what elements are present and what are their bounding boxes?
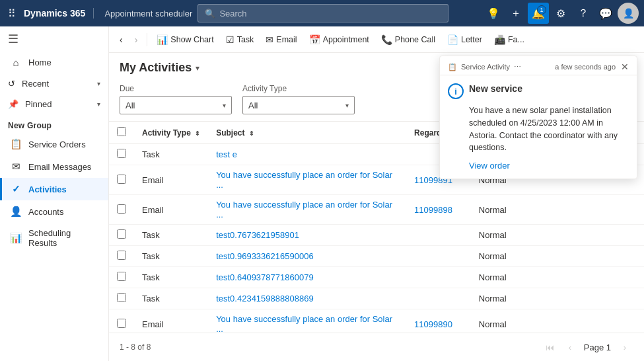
scheduling-results-icon: 📊 (10, 232, 22, 244)
activities-icon: ✓ (10, 183, 22, 195)
row-checkbox-1[interactable] (117, 175, 126, 184)
notification-more-icon[interactable]: ⋯ (514, 63, 521, 71)
col-activity-type[interactable]: Activity Type ⇕ (134, 122, 208, 144)
pagination: 1 - 8 of 8 ⏮ ‹ Page 1 › (109, 333, 644, 361)
row-priority: Normal (471, 225, 524, 246)
row-priority: Normal (471, 246, 524, 267)
sidebar-service-orders-label: Service Orders (28, 140, 86, 149)
add-icon[interactable]: ＋ (505, 3, 526, 24)
search-box[interactable]: 🔍 (197, 4, 448, 22)
search-input[interactable] (219, 9, 441, 19)
row-subject[interactable]: test0.9693336216590006 (208, 246, 406, 267)
sidebar-email-messages-label: Email Messages (28, 162, 91, 172)
select-all-checkbox-header[interactable] (109, 122, 134, 144)
phone-call-button[interactable]: 📞 Phone Call (376, 31, 441, 48)
letter-button[interactable]: 📄 Letter (442, 31, 487, 48)
fax-icon: 📠 (494, 34, 505, 45)
row-subject[interactable]: test0.4234159888808869 (208, 288, 406, 309)
row-checkbox-cell (109, 267, 134, 288)
table-row: Task test0.6409378771860079 Normal (109, 267, 644, 288)
page-title-chevron-icon[interactable]: ▾ (196, 63, 199, 73)
row-subject[interactable]: test e (208, 144, 406, 165)
app-grid-icon[interactable]: ⠿ (5, 5, 18, 22)
row-priority: Normal (471, 267, 524, 288)
row-subject[interactable]: You have successfully place an order for… (208, 195, 406, 225)
toolbar: ‹ › 📊 Show Chart ☑ Task ✉ Email 📅 Appoin… (109, 26, 644, 53)
table-row: Email You have successfully place an ord… (109, 309, 644, 333)
sidebar-item-recent[interactable]: ↺ Recent ▾ (0, 73, 108, 94)
row-checkbox-7[interactable] (117, 319, 126, 328)
row-checkbox-5[interactable] (117, 272, 126, 281)
row-regarding (406, 267, 471, 288)
settings-icon[interactable]: ⚙ (550, 3, 571, 24)
sidebar: ☰ ⌂ Home ↺ Recent ▾ 📌 Pinned ▾ New Group… (0, 26, 109, 361)
avatar[interactable]: 👤 (618, 3, 639, 24)
email-button[interactable]: ✉ Email (260, 31, 302, 48)
task-label: Task (237, 35, 254, 44)
recent-chevron-icon: ▾ (97, 80, 100, 87)
lightbulb-icon[interactable]: 💡 (483, 3, 504, 24)
notification-view-order-link[interactable]: View order (448, 161, 629, 171)
row-checkbox-cell (109, 288, 134, 309)
row-checkbox-3[interactable] (117, 229, 126, 239)
sidebar-item-pinned[interactable]: 📌 Pinned ▾ (0, 94, 108, 114)
prev-page-button[interactable]: ‹ (561, 339, 579, 356)
row-checkbox-2[interactable] (117, 204, 126, 214)
home-icon: ⌂ (10, 57, 22, 68)
row-checkbox-6[interactable] (117, 293, 126, 302)
first-page-button[interactable]: ⏮ (542, 339, 559, 356)
task-icon: ☑ (226, 34, 234, 45)
row-checkbox-0[interactable] (117, 149, 126, 158)
email-label: Email (276, 35, 297, 44)
row-checkbox-4[interactable] (117, 251, 126, 260)
show-chart-button[interactable]: 📊 Show Chart (151, 31, 219, 48)
sidebar-item-activities[interactable]: ✓ Activities (0, 178, 108, 200)
subject-sort-icon: ⇕ (249, 130, 254, 137)
row-due-date (587, 309, 644, 333)
row-subject[interactable]: test0.6409378771860079 (208, 267, 406, 288)
row-subject[interactable]: test0.7673621958901 (208, 225, 406, 246)
due-filter-select[interactable]: All ▾ (120, 96, 232, 114)
back-button[interactable]: ‹ (114, 31, 128, 48)
chat-icon[interactable]: 💬 (595, 3, 616, 24)
notification-source-name: Service Activity (461, 63, 510, 71)
activity-type-filter-select[interactable]: All ▾ (242, 96, 355, 114)
row-activity-type: Task (134, 246, 208, 267)
row-activity-type: Task (134, 225, 208, 246)
help-icon[interactable]: ？ (573, 3, 594, 24)
sidebar-item-service-orders[interactable]: 📋 Service Orders (0, 133, 108, 155)
sidebar-item-home[interactable]: ⌂ Home (0, 52, 108, 73)
notification-button[interactable]: 🔔 1 (528, 3, 549, 24)
fax-label: Fa... (508, 35, 524, 44)
letter-label: Letter (461, 35, 482, 44)
select-all-checkbox[interactable] (117, 127, 126, 136)
sidebar-toggle-icon[interactable]: ☰ (0, 26, 108, 52)
sidebar-item-accounts[interactable]: 👤 Accounts (0, 200, 108, 223)
row-subject[interactable]: You have successfully place an order for… (208, 309, 406, 333)
row-activity-type: Email (134, 195, 208, 225)
show-chart-label: Show Chart (170, 35, 213, 44)
app-name: Appointment scheduler (102, 9, 192, 19)
forward-button[interactable]: › (129, 31, 143, 48)
row-start-date (524, 288, 587, 309)
row-subject[interactable]: You have successfully place an order for… (208, 165, 406, 195)
row-checkbox-cell (109, 246, 134, 267)
next-page-button[interactable]: › (616, 339, 633, 356)
row-start-date (524, 267, 587, 288)
notification-close-button[interactable]: ✕ (621, 61, 629, 72)
row-regarding[interactable]: 11099898 (406, 195, 471, 225)
email-toolbar-icon: ✉ (266, 34, 273, 45)
col-subject[interactable]: Subject ⇕ (208, 122, 406, 144)
row-activity-type: Email (134, 309, 208, 333)
due-filter-group: Due All ▾ (120, 84, 232, 114)
row-start-date (524, 195, 587, 225)
fax-button[interactable]: 📠 Fa... (489, 31, 530, 48)
sidebar-accounts-label: Accounts (28, 207, 63, 217)
row-start-date (524, 225, 587, 246)
sidebar-item-scheduling-results[interactable]: 📊 Scheduling Results (0, 223, 108, 253)
task-button[interactable]: ☑ Task (221, 31, 260, 48)
sidebar-item-email-messages[interactable]: ✉ Email Messages (0, 155, 108, 178)
row-regarding[interactable]: 11099890 (406, 309, 471, 333)
appointment-button[interactable]: 📅 Appointment (304, 31, 375, 48)
notification-body: i New service You have a new solar panel… (440, 75, 637, 179)
